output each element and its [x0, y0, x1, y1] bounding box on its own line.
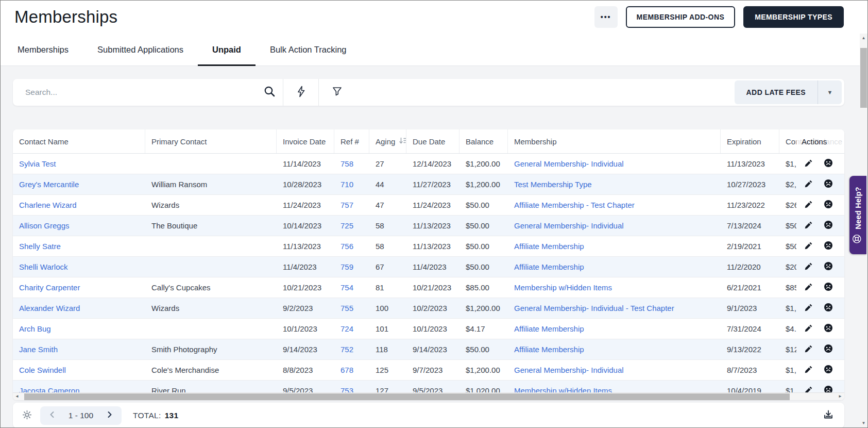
tab-bulk-action-tracking[interactable]: Bulk Action Tracking	[256, 34, 361, 65]
edit-button[interactable]	[804, 159, 813, 169]
column-header-ref[interactable]: Ref #	[334, 129, 369, 153]
contact-name-link[interactable]: Allison Greggs	[19, 221, 70, 230]
edit-button[interactable]	[804, 365, 813, 375]
member-status-button[interactable]	[824, 365, 833, 375]
ref-number-link[interactable]: 678	[341, 366, 353, 374]
member-status-button[interactable]	[824, 158, 833, 169]
edit-button[interactable]	[804, 241, 813, 252]
membership-link[interactable]: General Membership- Individual	[514, 159, 624, 168]
membership-cell: General Membership- Individual	[508, 366, 721, 374]
column-header-expiration[interactable]: Expiration	[721, 129, 779, 153]
membership-link[interactable]: General Membership- Individual	[514, 366, 624, 374]
tab-memberships[interactable]: Memberships	[3, 34, 83, 65]
membership-types-button[interactable]: MEMBERSHIP TYPES	[743, 6, 844, 28]
membership-link[interactable]: Affiliate Membership	[514, 262, 584, 271]
ref-number-link[interactable]: 759	[341, 262, 353, 271]
contact-name-link[interactable]: Grey's Mercantile	[19, 180, 79, 189]
contact-name-link[interactable]: Shelly Satre	[19, 242, 61, 251]
member-status-button[interactable]	[824, 282, 833, 293]
contact-name-link[interactable]: Cole Swindell	[19, 366, 66, 374]
contact-name-link[interactable]: Sylvia Test	[19, 159, 56, 168]
tab-submitted-applications[interactable]: Submitted Applications	[83, 34, 198, 65]
contact-name-link[interactable]: Charity Carpenter	[19, 283, 80, 292]
ref-number-link[interactable]: 758	[341, 159, 353, 168]
filter-button[interactable]	[319, 79, 355, 106]
add-late-fees-dropdown[interactable]: ▼	[818, 80, 842, 104]
scroll-up-arrow[interactable]: ▲	[860, 36, 867, 40]
ref-number-link[interactable]: 753	[341, 386, 353, 392]
column-header-primary-contact[interactable]: Primary Contact	[145, 129, 277, 153]
contact-name-link[interactable]: Charlene Wizard	[19, 201, 77, 209]
column-header-balance[interactable]: Balance	[459, 129, 508, 153]
membership-link[interactable]: Membership w/Hidden Items	[514, 283, 612, 292]
membership-link[interactable]: Affiliate Membership	[514, 242, 584, 251]
previous-page-button[interactable]	[44, 408, 60, 423]
search-input[interactable]	[25, 88, 256, 97]
column-header-due-date[interactable]: Due Date	[406, 129, 459, 153]
contact-name-link[interactable]: Alexander Wizard	[19, 304, 80, 312]
member-status-button[interactable]	[824, 303, 833, 314]
table-settings-button[interactable]	[22, 410, 32, 421]
horizontal-scrollbar-thumb[interactable]	[24, 393, 790, 400]
next-page-button[interactable]	[102, 408, 117, 423]
membership-link[interactable]: Affiliate Membership - Test Chapter	[514, 201, 635, 209]
row-actions	[796, 257, 844, 277]
member-status-button[interactable]	[824, 220, 833, 231]
scroll-down-arrow[interactable]: ▼	[860, 421, 867, 425]
member-status-button[interactable]	[824, 261, 833, 272]
ref-number-link[interactable]: 725	[341, 221, 353, 230]
contact-name-link[interactable]: Jacosta Cameron	[19, 386, 80, 392]
ref-number-link[interactable]: 724	[341, 324, 353, 333]
add-late-fees-button[interactable]: ADD LATE FEES	[735, 80, 818, 104]
edit-button[interactable]	[804, 262, 813, 272]
membership-link[interactable]: Affiliate Membership	[514, 324, 584, 333]
contact-name-link[interactable]: Jane Smith	[19, 345, 58, 354]
edit-button[interactable]	[804, 344, 813, 355]
edit-button[interactable]	[804, 283, 813, 293]
edit-button[interactable]	[804, 324, 813, 334]
edit-button[interactable]	[804, 221, 813, 231]
membership-link[interactable]: Test Membership Type	[514, 180, 592, 189]
scroll-left-arrow[interactable]: ◄	[13, 393, 21, 400]
edit-button[interactable]	[804, 200, 813, 210]
export-button[interactable]	[823, 409, 834, 422]
member-status-button[interactable]	[824, 241, 833, 252]
vertical-scrollbar-thumb[interactable]	[860, 48, 867, 108]
ref-number-link[interactable]: 754	[341, 283, 353, 292]
membership-link[interactable]: Affiliate Membership	[514, 345, 584, 354]
member-status-button[interactable]	[824, 200, 833, 210]
membership-link[interactable]: Membership w/Hidden Items	[514, 386, 612, 392]
lifebuoy-icon	[852, 234, 864, 243]
tab-unpaid[interactable]: Unpaid	[198, 34, 256, 65]
ref-number-link[interactable]: 757	[341, 201, 353, 209]
ref-number-link[interactable]: 752	[341, 345, 353, 354]
column-header-membership[interactable]: Membership	[508, 129, 721, 153]
scroll-right-arrow[interactable]: ►	[836, 393, 844, 400]
membership-addons-button[interactable]: MEMBERSHIP ADD-ONS	[626, 6, 736, 28]
need-help-tab[interactable]: Need Help?	[849, 176, 866, 254]
column-header-aging[interactable]: Aging	[369, 129, 406, 153]
member-status-button[interactable]	[824, 344, 833, 355]
quick-actions-button[interactable]	[283, 79, 318, 106]
more-options-button[interactable]: •••	[594, 6, 618, 28]
ref-number-link[interactable]: 756	[341, 242, 353, 251]
search-button[interactable]	[256, 79, 283, 106]
contact-name-link[interactable]: Shelli Warlock	[19, 262, 67, 271]
frown-face-icon	[824, 220, 833, 231]
ref-cell: 758	[334, 159, 369, 168]
horizontal-scrollbar[interactable]: ◄ ►	[13, 392, 844, 400]
column-header-contact-name[interactable]: Contact Name	[13, 129, 145, 153]
membership-link[interactable]: General Membership- Individual - Test Ch…	[514, 304, 674, 312]
ref-number-link[interactable]: 710	[341, 180, 353, 189]
member-status-button[interactable]	[824, 323, 833, 334]
ref-number-link[interactable]: 755	[341, 304, 353, 312]
member-status-button[interactable]	[824, 179, 833, 190]
edit-button[interactable]	[804, 179, 813, 190]
membership-link[interactable]: General Membership- Individual	[514, 221, 624, 230]
column-header-invoice-date[interactable]: Invoice Date	[277, 129, 334, 153]
edit-button[interactable]	[804, 303, 813, 314]
edit-button[interactable]	[804, 386, 813, 393]
aging-cell: 27	[369, 159, 406, 168]
contact-name-link[interactable]: Arch Bug	[19, 324, 51, 333]
member-status-button[interactable]	[824, 385, 833, 392]
